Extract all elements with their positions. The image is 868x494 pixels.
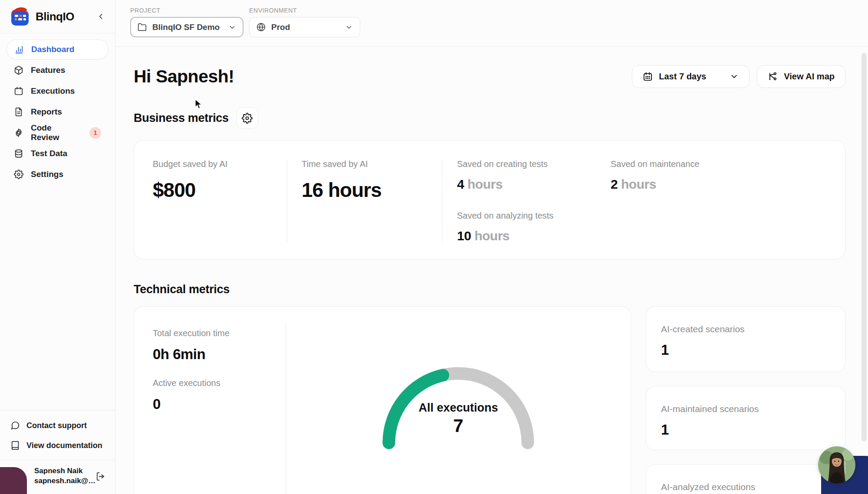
vertical-scrollbar[interactable] — [861, 53, 867, 442]
blinqio-logo-icon — [10, 7, 30, 26]
technical-metrics-title: Technical metrics — [134, 283, 230, 296]
sidebar-item-executions[interactable]: Executions — [7, 81, 108, 101]
bar-chart-icon — [14, 45, 24, 54]
gauge-center-value: 7 — [453, 415, 463, 436]
user-email: sapnesh.naik@… — [34, 476, 90, 486]
sidebar-item-label: Dashboard — [31, 45, 74, 54]
project-label: PROJECT — [130, 7, 243, 14]
saved-analyzing-metric: Saved on analyzing tests 10 hours — [457, 211, 611, 243]
metric-label: Time saved by AI — [302, 159, 442, 169]
support-video-avatar[interactable] — [818, 446, 855, 484]
metric-unit: hours — [618, 177, 656, 191]
chevron-down-icon — [228, 23, 236, 31]
time-saved-metric: Time saved by AI 16 hours — [287, 159, 442, 259]
ai-analyzed-executions-card: AI-analyzed executions — [646, 464, 845, 494]
date-range-value: Last 7 days — [659, 72, 706, 82]
sidebar-item-features[interactable]: Features — [7, 60, 108, 80]
budget-saved-metric: Budget saved by AI $800 — [153, 159, 287, 259]
stat-label: AI-created scenarios — [661, 324, 830, 334]
date-range-select[interactable]: Last 7 days — [632, 65, 750, 88]
metric-label: Active executions — [153, 378, 286, 388]
metric-label: Total execution time — [153, 328, 286, 338]
package-icon — [14, 65, 23, 75]
environment-field: ENVIRONMENT Prod — [249, 7, 360, 37]
environment-select[interactable]: Prod — [249, 17, 360, 37]
metric-unit: hours — [471, 229, 510, 243]
business-metrics-card: Budget saved by AI $800 Time saved by AI… — [134, 140, 845, 259]
active-executions-metric: Active executions 0 — [153, 378, 286, 412]
saved-creating-metric: Saved on creating tests 4 hours — [457, 159, 611, 192]
executions-gauge-chart: All executions 7 Passed 3 — [286, 328, 631, 494]
sidebar-item-code-review[interactable]: Code Review 1 — [7, 123, 108, 143]
file-text-icon — [14, 107, 23, 117]
sidebar-item-label: Test Data — [31, 149, 67, 158]
stat-value: 1 — [661, 422, 830, 438]
gear-icon — [14, 170, 23, 179]
metric-value: 0 — [153, 396, 286, 412]
metric-label: Saved on analyzing tests — [457, 211, 611, 221]
page-title: Hi Sapnesh! — [134, 66, 234, 87]
sidebar-header: BlinqIO — [0, 0, 115, 33]
database-icon — [14, 149, 23, 158]
sidebar-item-label: Features — [31, 65, 65, 75]
globe-icon — [256, 23, 266, 32]
metric-label: Saved on maintenance — [611, 159, 845, 169]
sidebar: BlinqIO Dashboard Features Executions — [0, 0, 115, 494]
sidebar-item-settings[interactable]: Settings — [7, 164, 108, 184]
ai-map-icon — [768, 72, 778, 82]
logout-icon[interactable] — [95, 471, 105, 481]
metric-label: Budget saved by AI — [153, 159, 287, 169]
total-execution-time-metric: Total execution time 0h 6min — [153, 328, 286, 363]
dashboard-content: Hi Sapnesh! Last 7 days View AI map — [115, 65, 868, 494]
contact-support-label: Contact support — [26, 421, 87, 430]
sidebar-nav: Dashboard Features Executions Reports Co… — [0, 33, 115, 184]
topbar: PROJECT BlinqIO SF Demo ENVIRONMENT Prod — [115, 0, 868, 47]
project-value: BlinqIO SF Demo — [152, 23, 220, 32]
project-select[interactable]: BlinqIO SF Demo — [130, 17, 243, 37]
gear-spark-icon — [14, 128, 23, 137]
contact-support-link[interactable]: Contact support — [10, 415, 105, 435]
calendar-icon — [643, 72, 653, 82]
stat-value: 1 — [661, 342, 830, 358]
metric-value: 16 hours — [302, 178, 442, 202]
sidebar-item-label: Code Review — [31, 123, 82, 142]
chat-widget-corner[interactable] — [0, 467, 27, 494]
metric-value: 2 hours — [611, 177, 845, 192]
gauge-center-label: All executions — [418, 401, 498, 415]
avatar-image — [818, 446, 855, 484]
metric-value: 0h 6min — [153, 346, 286, 363]
sidebar-item-test-data[interactable]: Test Data — [7, 144, 108, 164]
technical-metrics-card: Total execution time 0h 6min Active exec… — [134, 306, 631, 494]
stat-label: AI-maintained scenarios — [661, 404, 830, 414]
environment-value: Prod — [271, 23, 290, 32]
business-metrics-settings-button[interactable] — [237, 107, 258, 129]
project-field: PROJECT BlinqIO SF Demo — [130, 7, 243, 37]
stat-label: AI-analyzed executions — [661, 482, 830, 492]
user-name: Sapnesh Naik — [34, 466, 90, 476]
metric-label: Saved on creating tests — [457, 159, 611, 169]
sidebar-item-label: Reports — [31, 107, 62, 117]
sidebar-item-dashboard[interactable]: Dashboard — [7, 39, 108, 59]
ai-maintained-scenarios-card: AI-maintained scenarios 1 — [646, 386, 845, 450]
sidebar-item-label: Settings — [31, 170, 63, 179]
metric-unit: hours — [464, 177, 503, 191]
metric-value: 10 hours — [457, 229, 611, 243]
chat-bubble-icon — [10, 421, 20, 430]
sidebar-item-label: Executions — [31, 86, 75, 96]
sidebar-collapse-icon[interactable] — [97, 12, 105, 21]
view-ai-map-label: View AI map — [784, 72, 835, 82]
chevron-down-icon — [730, 72, 739, 81]
folder-icon — [138, 23, 147, 32]
book-icon — [10, 441, 20, 450]
metric-value: $800 — [153, 178, 287, 202]
sidebar-item-reports[interactable]: Reports — [7, 102, 108, 122]
gear-icon — [242, 113, 253, 124]
metric-value: 4 hours — [457, 177, 611, 192]
business-metrics-title: Business metrics — [134, 111, 229, 125]
ai-created-scenarios-card: AI-created scenarios 1 — [646, 306, 845, 372]
view-documentation-link[interactable]: View documentation — [10, 435, 105, 455]
chevron-down-icon — [345, 23, 353, 31]
brand-name: BlinqIO — [36, 10, 74, 23]
calendar-icon — [14, 86, 23, 96]
view-ai-map-button[interactable]: View AI map — [757, 65, 845, 88]
